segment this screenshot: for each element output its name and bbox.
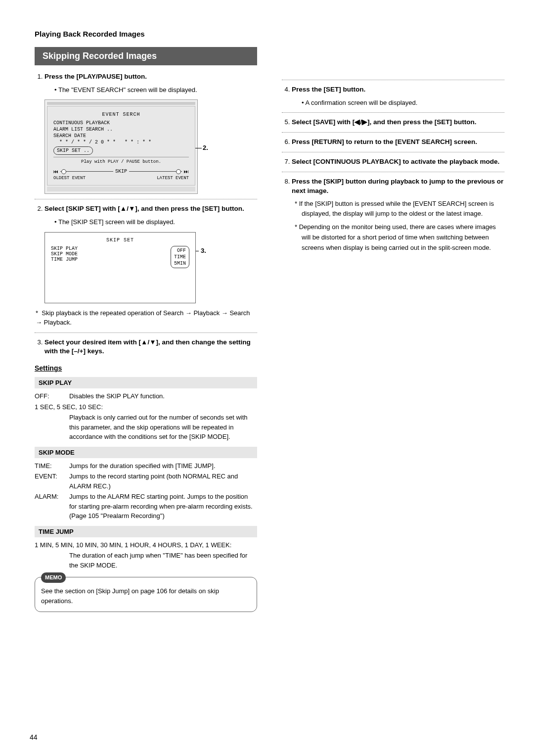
- page-number: 44: [30, 733, 38, 741]
- time-label: TIME:: [35, 461, 69, 471]
- memo-box: MEMO See the section on [Skip Jump] on p…: [35, 577, 257, 612]
- memo-text: See the section on [Skip Jump] on page 1…: [41, 587, 219, 605]
- search-date-value: * * / * * / 2 0 * * * * : * *: [53, 139, 189, 145]
- skip-mode-heading: SKIP MODE: [35, 447, 257, 458]
- event-search-screenshot: 2. EVENT SERCH CONTINUOUS PLAYBACK ALARM…: [44, 99, 198, 194]
- divider: [35, 332, 257, 333]
- section-heading: Skipping Recorded Images: [35, 47, 257, 65]
- step-4-text: Press the [SET] button.: [292, 85, 504, 94]
- memo-tag: MEMO: [41, 572, 66, 583]
- step-4: Press the [SET] button. A confirmation s…: [292, 85, 504, 107]
- row-skip-mode: SKIP MODE: [51, 251, 78, 257]
- step-1-text: Press the [PLAY/PAUSE] button.: [44, 72, 257, 82]
- step-5-text: Select [SAVE] with [◀/▶], and then press…: [292, 118, 504, 127]
- alarm-label: ALARM:: [35, 492, 69, 521]
- divider: [282, 172, 504, 172]
- row-time-jump: TIME JUMP: [51, 257, 78, 262]
- step-1-bullet: The "EVENT SEARCH" screen will be displa…: [54, 86, 257, 94]
- step-2-bullet: The [SKIP SET] screen will be displayed.: [54, 218, 257, 227]
- off-text: Disables the SKIP PLAY function.: [69, 391, 257, 401]
- callout-3: 3.: [201, 247, 206, 254]
- two-column-layout: Skipping Recorded Images Press the [PLAY…: [35, 47, 504, 612]
- alarm-text: Jumps to the ALARM REC starting point. J…: [69, 492, 257, 521]
- divider: [282, 132, 504, 133]
- skip-play-heading: SKIP PLAY: [35, 377, 257, 388]
- divider: [282, 80, 504, 80]
- sec-label: 1 SEC, 5 SEC, 10 SEC:: [35, 402, 257, 412]
- step-3: Select your desired item with [▲/▼], and…: [44, 338, 257, 357]
- menu-search-date: SEARCH DATE: [53, 133, 189, 139]
- timejump-opts: 1 MIN, 5 MIN, 10 MIN, 30 MIN, 1 HOUR, 4 …: [35, 540, 257, 550]
- skip-label: SKIP: [115, 168, 127, 175]
- step-2-text: Select [SKIP SET] with [▲/▼], and then p…: [44, 204, 257, 214]
- event-label: EVENT:: [35, 472, 69, 491]
- fastforward-icon: ⏭: [184, 168, 189, 175]
- skipset-title: SKIP SET: [51, 237, 189, 243]
- screen-title: EVENT SERCH: [53, 111, 189, 118]
- row-skip-play: SKIP PLAY: [51, 246, 78, 251]
- skip-set-screenshot: SKIP SET SKIP PLAY SKIP MODE TIME JUMP O…: [44, 232, 196, 303]
- menu-continuous-playback: CONTINUOUS PLAYBACK: [53, 120, 189, 126]
- latest-event-label: LATEST EVENT: [157, 176, 189, 182]
- step-8-note-1: If the [SKIP] button is pressed while th…: [302, 199, 504, 220]
- step-7: Select [CONTINUOUS PLAYBACK] to activate…: [292, 157, 504, 167]
- step-2: Select [SKIP SET] with [▲/▼], and then p…: [44, 204, 257, 303]
- sec-text: Playback is only carried out for the num…: [35, 413, 257, 442]
- timejump-text: The duration of each jump when "TIME" ha…: [35, 551, 257, 570]
- divider: [35, 199, 257, 199]
- menu-alarm-list-search: ALARM LIST SEARCH ..: [53, 126, 189, 133]
- step-8-text: Press the [SKIP] button during playback …: [292, 177, 504, 196]
- step-1: Press the [PLAY/PAUSE] button. The "EVEN…: [44, 72, 257, 194]
- skip-mode-definitions: TIME: Jumps for the duration specified w…: [35, 461, 257, 521]
- right-column: Press the [SET] button. A confirmation s…: [282, 47, 504, 612]
- manual-page: Playing Back Recorded Images Skipping Re…: [0, 0, 534, 756]
- skip-play-definitions: OFF: Disables the SKIP PLAY function. 1 …: [35, 391, 257, 442]
- time-text: Jumps for the duration specified with [T…: [69, 461, 257, 471]
- step-6-text: Press [RETURN] to return to the [EVENT S…: [292, 138, 504, 147]
- step-8-note-2: Depending on the monitor being used, the…: [302, 222, 504, 253]
- callout-2: 2.: [203, 144, 208, 151]
- left-column: Skipping Recorded Images Press the [PLAY…: [35, 47, 257, 612]
- menu-skip-set-selected: SKIP SET ..: [53, 146, 93, 155]
- divider: [282, 152, 504, 152]
- val-skip-play: OFF: [174, 247, 186, 254]
- divider: [282, 112, 504, 113]
- time-jump-definitions: 1 MIN, 5 MIN, 10 MIN, 30 MIN, 1 HOUR, 4 …: [35, 540, 257, 570]
- play-instruction: Play with PLAY / PAUSE button.: [53, 157, 189, 165]
- page-title: Playing Back Recorded Images: [35, 30, 504, 38]
- settings-heading: Settings: [35, 364, 62, 372]
- val-skip-mode: TIME: [174, 254, 186, 260]
- time-jump-heading: TIME JUMP: [35, 526, 257, 537]
- step-7-text: Select [CONTINUOUS PLAYBACK] to activate…: [292, 157, 504, 167]
- event-text: Jumps to the record starting point (both…: [69, 472, 257, 491]
- step-4-bullet: A confirmation screen will be displayed.: [302, 98, 504, 107]
- step-6: Press [RETURN] to return to the [EVENT S…: [292, 138, 504, 147]
- off-label: OFF:: [35, 391, 69, 401]
- step-3-text: Select your desired item with [▲/▼], and…: [44, 338, 257, 357]
- step-5: Select [SAVE] with [◀/▶], and then press…: [292, 118, 504, 127]
- step-8: Press the [SKIP] button during playback …: [292, 177, 504, 253]
- oldest-event-label: OLDEST EVENT: [53, 176, 86, 182]
- rewind-icon: ⏮: [53, 168, 58, 175]
- val-time-jump: 5MIN: [174, 260, 186, 267]
- skip-playback-note: * Skip playback is the repeated operatio…: [36, 308, 257, 328]
